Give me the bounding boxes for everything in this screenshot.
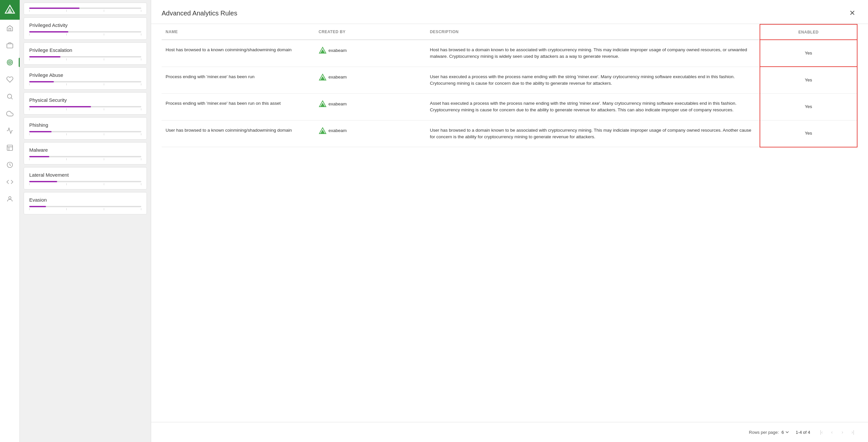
table-row: Process ending with 'miner.exe' has been… <box>162 94 857 121</box>
sidebar-item-search[interactable] <box>0 88 20 105</box>
svg-rect-2 <box>7 44 12 48</box>
category-card-physical-security[interactable]: Physical Security <box>24 92 147 115</box>
rules-table: NAME CREATED BY DESCRIPTION ENABLED Host… <box>162 24 858 148</box>
sidebar-item-history[interactable] <box>0 156 20 173</box>
table-row: User has browsed to a known coinmining/s… <box>162 120 857 147</box>
pagination-info: 1-4 of 4 <box>796 430 810 435</box>
modal-header: Advanced Analytics Rules ✕ <box>151 0 868 24</box>
rule-created-by: exabeam <box>315 94 426 121</box>
category-name: Privileged Activity <box>29 22 141 28</box>
sidebar-item-cases[interactable] <box>0 37 20 54</box>
categories-list: Privileged Activity Privilege Escalation… <box>20 0 151 220</box>
rule-description: User has browsed to a domain known to be… <box>426 120 760 147</box>
category-name: Phishing <box>29 122 141 128</box>
category-name: Privilege Escalation <box>29 47 141 53</box>
exabeam-label: exabeam <box>329 47 347 54</box>
sidebar-item-reports[interactable] <box>0 139 20 156</box>
category-name: Malware <box>29 147 141 153</box>
rule-name: Host has browsed to a known coinmining/s… <box>162 40 315 67</box>
rule-name: Process ending with 'miner.exe' has been… <box>162 67 315 94</box>
rule-description: Asset has executed a process with the pr… <box>426 94 760 121</box>
category-card-phishing[interactable]: Phishing <box>24 117 147 139</box>
exabeam-logo: exabeam <box>319 73 422 82</box>
category-card-privileged-activity[interactable]: Privileged Activity <box>24 18 147 40</box>
rule-enabled: Yes <box>760 120 857 147</box>
exabeam-label: exabeam <box>329 101 347 107</box>
category-card-evasion[interactable]: Evasion <box>24 192 147 215</box>
category-card-privilege-escalation[interactable]: Privilege Escalation <box>24 42 147 65</box>
rule-created-by: exabeam <box>315 120 426 147</box>
close-button[interactable]: ✕ <box>847 8 858 19</box>
sidebar-item-cloud[interactable] <box>0 105 20 122</box>
category-name: Lateral Movement <box>29 172 141 178</box>
exabeam-label: exabeam <box>329 74 347 81</box>
rules-table-container: NAME CREATED BY DESCRIPTION ENABLED Host… <box>151 24 868 422</box>
category-card-privilege-abuse[interactable]: Privilege Abuse <box>24 67 147 90</box>
category-name: Evasion <box>29 197 141 202</box>
sidebar-item-outcomes[interactable] <box>0 54 20 71</box>
rows-per-page-select[interactable]: 6 <box>782 430 789 435</box>
col-description: DESCRIPTION <box>426 24 760 40</box>
exabeam-label: exabeam <box>329 127 347 134</box>
exabeam-logo: exabeam <box>319 127 422 135</box>
exabeam-logo: exabeam <box>319 46 422 55</box>
col-name: NAME <box>162 24 315 40</box>
pagination-controls: |‹ ‹ › ›| <box>817 428 858 437</box>
sidebar <box>0 0 20 442</box>
rule-enabled: Yes <box>760 40 857 67</box>
svg-rect-7 <box>7 145 12 151</box>
rule-created-by: exabeam <box>315 40 426 67</box>
category-name: Physical Security <box>29 97 141 103</box>
svg-point-6 <box>7 94 11 98</box>
category-name: Privilege Abuse <box>29 72 141 78</box>
table-footer: Rows per page: 6 1-4 of 4 |‹ ‹ › ›| <box>151 422 868 442</box>
sidebar-item-favorites[interactable] <box>0 71 20 88</box>
col-created-by: CREATED BY <box>315 24 426 40</box>
sidebar-item-advanced[interactable] <box>0 173 20 190</box>
last-page-button[interactable]: ›| <box>848 428 858 437</box>
rows-per-page-value: 6 <box>782 430 784 435</box>
svg-point-5 <box>9 62 10 63</box>
modal-title: Advanced Analytics Rules <box>162 9 237 17</box>
prev-page-button[interactable]: ‹ <box>827 428 836 437</box>
rows-per-page-control: Rows per page: 6 <box>749 430 789 435</box>
rule-enabled: Yes <box>760 67 857 94</box>
sidebar-item-activity[interactable] <box>0 122 20 139</box>
category-card-lateral-movement[interactable]: Lateral Movement <box>24 167 147 189</box>
rule-description: Host has browsed to a domain known to be… <box>426 40 760 67</box>
col-enabled: ENABLED <box>760 24 857 40</box>
left-panel: Privileged Activity Privilege Escalation… <box>20 0 151 442</box>
table-row: Host has browsed to a known coinmining/s… <box>162 40 857 67</box>
first-page-button[interactable]: |‹ <box>817 428 826 437</box>
rule-name: User has browsed to a known coinmining/s… <box>162 120 315 147</box>
app-logo <box>0 0 20 20</box>
table-row: Process ending with 'miner.exe' has been… <box>162 67 857 94</box>
rule-description: User has executed a process with the pro… <box>426 67 760 94</box>
rule-created-by: exabeam <box>315 67 426 94</box>
rule-enabled: Yes <box>760 94 857 121</box>
rule-name: Process ending with 'miner.exe' has been… <box>162 94 315 121</box>
next-page-button[interactable]: › <box>838 428 847 437</box>
category-card-malware[interactable]: Malware <box>24 142 147 164</box>
chevron-down-icon <box>785 430 789 434</box>
sidebar-item-home[interactable] <box>0 20 20 37</box>
exabeam-logo: exabeam <box>319 100 422 108</box>
svg-point-11 <box>8 197 11 199</box>
category-card-partial[interactable] <box>24 3 147 15</box>
sidebar-item-user[interactable] <box>0 190 20 208</box>
main-panel: Advanced Analytics Rules ✕ NAME CREATED … <box>151 0 868 442</box>
rows-per-page-label: Rows per page: <box>749 430 779 435</box>
